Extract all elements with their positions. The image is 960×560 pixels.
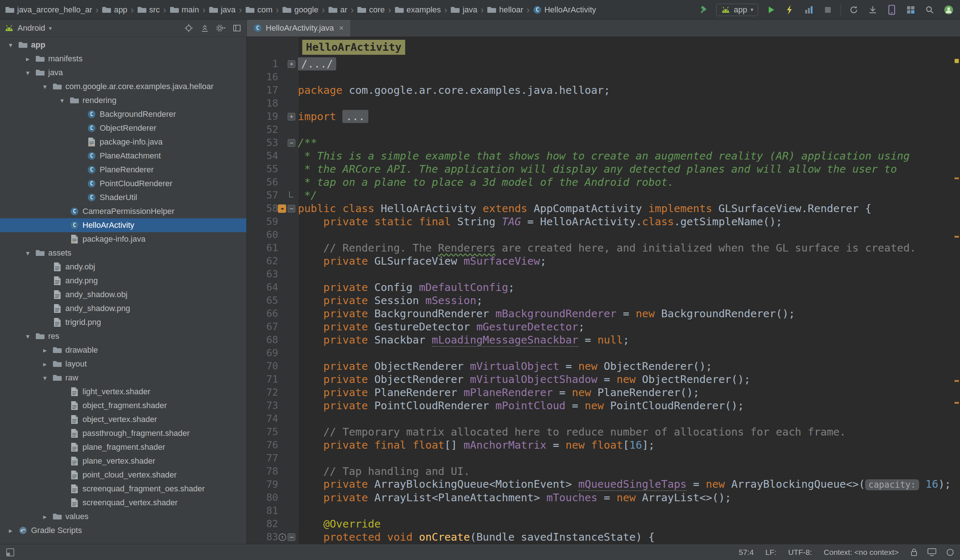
line-number[interactable]: 82 [247, 517, 278, 530]
tab-helloaractivity[interactable]: C HelloArActivity.java × [247, 20, 351, 37]
chevron-expanded-icon[interactable]: ▾ [38, 374, 52, 382]
fold-collapse-icon[interactable]: − [288, 533, 295, 541]
tree-item-camerapermissionhelper[interactable]: CCameraPermissionHelper [0, 205, 246, 218]
gutter-cell[interactable]: ◂▸− [278, 205, 298, 213]
code-editor[interactable]: HelloArActivity 1+/.../1617package com.g… [247, 37, 960, 544]
tree-item-backgroundrenderer[interactable]: CBackgroundRenderer [0, 107, 246, 121]
line-number[interactable]: 53 [247, 136, 278, 149]
tree-item-plane-vertex-shader[interactable]: plane_vertex.shader [0, 454, 246, 468]
line-number[interactable]: 69 [247, 346, 278, 360]
code-area[interactable]: 1+/.../1617package com.google.ar.core.ex… [247, 57, 954, 544]
line-number[interactable]: 55 [247, 162, 278, 176]
sdk-manager-button[interactable] [867, 4, 879, 16]
breadcrumb-app[interactable]: app [102, 5, 127, 14]
line-number[interactable]: 57 [247, 189, 278, 202]
instant-run-button[interactable] [784, 4, 796, 16]
tree-item-shaderutil[interactable]: CShaderUtil [0, 190, 246, 205]
chevron-expanded-icon[interactable]: ▾ [55, 96, 69, 105]
tree-item-layout[interactable]: ▸layout [0, 357, 246, 371]
override-marker-icon[interactable]: ↑ [278, 533, 286, 541]
project-view-select[interactable]: Android ▾ [4, 23, 52, 33]
gradle-context[interactable]: Context: <no context> [824, 548, 899, 557]
tree-item-gradle-scripts[interactable]: ▸Gradle Scripts [0, 523, 246, 538]
breadcrumb-java[interactable]: java [209, 5, 235, 14]
line-number[interactable]: 79 [247, 478, 278, 491]
line-number[interactable]: 18 [247, 97, 278, 110]
run-button[interactable] [765, 4, 777, 16]
breadcrumb-google[interactable]: google [282, 5, 318, 14]
line-number[interactable]: 72 [247, 386, 278, 399]
line-number[interactable]: 83 [247, 530, 278, 544]
collapse-all-icon[interactable] [200, 23, 210, 33]
run-configuration-select[interactable]: app▾ [716, 4, 758, 16]
chevron-collapsed-icon[interactable]: ▸ [38, 360, 52, 368]
line-number[interactable]: 73 [247, 399, 278, 412]
tree-item-values[interactable]: ▸values [0, 510, 246, 523]
line-number[interactable]: 59 [247, 215, 278, 228]
tree-item-helloaractivity[interactable]: CHelloArActivity [0, 218, 246, 232]
fold-collapse-icon[interactable]: − [288, 139, 295, 147]
line-number[interactable]: 78 [247, 465, 278, 478]
caret-position[interactable]: 57:4 [739, 548, 754, 557]
search-everywhere-button[interactable] [923, 4, 936, 16]
chevron-expanded-icon[interactable]: ▾ [38, 83, 52, 91]
line-number[interactable]: 71 [247, 373, 278, 386]
tree-item-andy-obj[interactable]: andy.obj [0, 260, 246, 274]
breadcrumb-java[interactable]: java [450, 5, 477, 14]
tree-item-app[interactable]: ▾app [0, 38, 246, 52]
gutter-cell[interactable]: − [278, 139, 298, 147]
breadcrumb-examples[interactable]: examples [395, 5, 441, 14]
chevron-expanded-icon[interactable]: ▾ [21, 69, 35, 77]
tree-item-package-info-java[interactable]: package-info.java [0, 135, 246, 149]
tree-item-point-cloud-vertex-shader[interactable]: point_cloud_vertex.shader [0, 468, 246, 482]
hide-panel-icon[interactable] [232, 23, 242, 33]
line-number[interactable]: 62 [247, 254, 278, 267]
tree-item-passthrough-fragment-shader[interactable]: passthrough_fragment.shader [0, 426, 246, 440]
chevron-expanded-icon[interactable]: ▾ [21, 249, 35, 258]
device-monitor-button[interactable] [904, 4, 917, 16]
line-number[interactable]: 77 [247, 451, 278, 465]
avd-manager-button[interactable] [886, 4, 898, 16]
tree-item-package-info-java[interactable]: package-info.java [0, 232, 246, 246]
tree-item-assets[interactable]: ▾assets [0, 246, 246, 260]
tree-item-objectrenderer[interactable]: CObjectRenderer [0, 121, 246, 135]
breadcrumb-com[interactable]: com [245, 5, 273, 14]
line-number[interactable]: 16 [247, 70, 278, 83]
tree-item-light-vertex-shader[interactable]: light_vertex.shader [0, 385, 246, 398]
line-number[interactable]: 54 [247, 149, 278, 162]
fold-expand-icon[interactable]: + [288, 113, 295, 120]
line-number[interactable]: 17 [247, 83, 278, 97]
settings-gear-icon[interactable] [216, 23, 226, 33]
tree-item-rendering[interactable]: ▾rendering [0, 93, 246, 107]
tree-item-manifests[interactable]: ▸manifests [0, 52, 246, 66]
assistant-button[interactable] [942, 4, 955, 16]
tree-item-planerenderer[interactable]: CPlaneRenderer [0, 163, 246, 177]
breadcrumb-main[interactable]: main [170, 5, 199, 14]
error-stripe-scrollbar[interactable] [954, 37, 960, 544]
line-number[interactable]: 58 [247, 202, 278, 215]
line-number[interactable]: 68 [247, 333, 278, 346]
gutter-cell[interactable]: ↑− [278, 533, 298, 541]
toolwindow-toggle-icon[interactable] [6, 548, 14, 557]
fold-expand-icon[interactable]: + [288, 60, 295, 68]
tree-item-object-vertex-shader[interactable]: object_vertex.shader [0, 413, 246, 426]
line-number[interactable]: 63 [247, 267, 278, 281]
warning-stripe-mark[interactable] [955, 402, 959, 404]
chevron-expanded-icon[interactable]: ▾ [4, 41, 18, 49]
line-number[interactable]: 67 [247, 320, 278, 333]
tree-item-drawable[interactable]: ▸drawable [0, 343, 246, 357]
line-number[interactable]: 64 [247, 281, 278, 294]
gutter-cell[interactable]: + [278, 60, 298, 68]
breadcrumb-java-arcore-hello-ar[interactable]: java_arcore_hello_ar [5, 5, 92, 14]
close-icon[interactable]: × [339, 23, 344, 33]
tree-item-java[interactable]: ▾java [0, 66, 246, 80]
line-number[interactable]: 65 [247, 294, 278, 307]
line-number[interactable]: 76 [247, 438, 278, 451]
tree-item-screenquad-vertex-shader[interactable]: screenquad_vertex.shader [0, 496, 246, 510]
file-encoding[interactable]: UTF-8: [788, 548, 812, 557]
line-separator[interactable]: LF: [765, 548, 776, 557]
notifications-icon[interactable] [946, 548, 954, 556]
line-number[interactable]: 19 [247, 110, 278, 123]
chevron-collapsed-icon[interactable]: ▸ [4, 526, 18, 535]
display-icon[interactable] [927, 548, 937, 557]
